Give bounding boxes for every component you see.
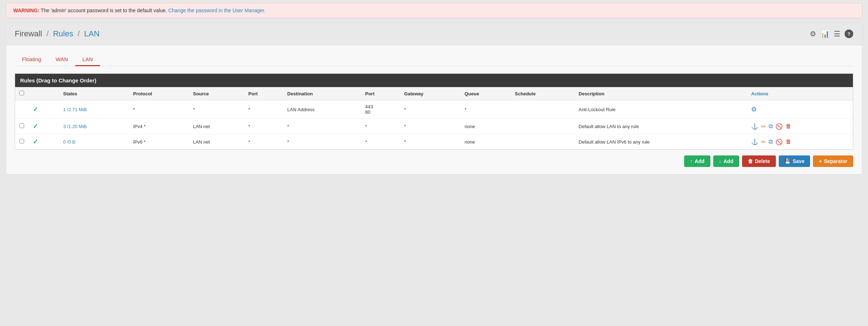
list-icon[interactable]: ☰ <box>834 30 840 38</box>
pencil-icon[interactable]: ✏ <box>761 123 766 130</box>
schedule-cell <box>511 100 574 119</box>
table-row: ✓ 0 /0 B IPv6 * LAN net * * * * none Def… <box>15 134 853 150</box>
col-queue: Queue <box>460 87 511 100</box>
states-link[interactable]: 1 /2.71 MiB <box>63 107 87 112</box>
row-checkbox[interactable] <box>19 139 24 144</box>
check-icon: ✓ <box>33 106 38 113</box>
col-actions: Actions <box>747 87 853 100</box>
actions-cell: ⚓ ✏ ⧉ 🚫 🗑 <box>747 119 853 134</box>
separator-button[interactable]: + Separator <box>813 155 853 167</box>
check-icon: ✓ <box>33 123 38 130</box>
chart-icon[interactable]: 📊 <box>820 30 829 38</box>
tabs: Floating WAN LAN <box>15 53 853 66</box>
anchor-icon[interactable]: ⚓ <box>751 139 758 145</box>
rules-table: States Protocol Source Port Destination … <box>15 87 853 149</box>
actions-container: ⚓ ✏ ⧉ 🚫 🗑 <box>751 139 849 145</box>
add-down-label: Add <box>724 158 733 164</box>
queue-cell: none <box>460 119 511 134</box>
pencil-icon[interactable]: ✏ <box>761 139 766 145</box>
warning-link[interactable]: Change the password in the User Manager. <box>168 8 266 13</box>
settings-sliders-icon[interactable]: ⚙ <box>810 30 816 38</box>
states-cell: 0 /0 B <box>59 134 128 150</box>
col-source: Source <box>189 87 244 100</box>
select-all-checkbox[interactable] <box>19 91 24 95</box>
col-check <box>28 87 59 100</box>
src-port-cell: * <box>244 134 283 150</box>
gateway-cell: * <box>400 119 460 134</box>
checkbox-cell <box>15 134 28 150</box>
actions-container: ⚙ <box>751 105 849 113</box>
tab-lan[interactable]: LAN <box>75 53 100 66</box>
breadcrumb: Firewall / Rules / LAN <box>15 29 100 39</box>
breadcrumb-lan: LAN <box>84 29 100 38</box>
rules-table-container: Rules (Drag to Change Order) States Prot… <box>15 73 853 150</box>
trash-icon[interactable]: 🗑 <box>786 139 791 145</box>
separator-icon: + <box>819 158 822 164</box>
anchor-icon[interactable]: ⚓ <box>751 123 758 130</box>
port-cell: 44380 <box>361 100 400 119</box>
breadcrumb-sep2: / <box>78 29 80 38</box>
destination-cell: * <box>283 134 361 150</box>
page-header: Firewall / Rules / LAN ⚙ 📊 ☰ ? <box>6 23 862 45</box>
protocol-cell: IPv4 * <box>129 119 189 134</box>
warning-label: WARNING: <box>13 8 39 13</box>
description-cell: Anti-Lockout Rule <box>574 100 747 119</box>
main-container: Firewall / Rules / LAN ⚙ 📊 ☰ ? Floating … <box>6 22 862 175</box>
ban-icon[interactable]: 🚫 <box>776 123 783 130</box>
row-checkbox[interactable] <box>19 123 24 128</box>
check-cell: ✓ <box>28 134 59 150</box>
breadcrumb-sep1: / <box>46 29 49 38</box>
bottom-buttons: ↑ Add ↓ Add 🗑 Delete 💾 Save + Separator <box>15 155 853 167</box>
source-cell: LAN net <box>189 134 244 150</box>
col-destination: Destination <box>283 87 361 100</box>
col-port: Port <box>361 87 400 100</box>
protocol-cell: * <box>129 100 189 119</box>
tab-wan[interactable]: WAN <box>48 53 75 66</box>
src-port-cell: * <box>244 100 283 119</box>
table-row: ✓ 1 /2.71 MiB * * * LAN Address 44380 * … <box>15 100 853 119</box>
source-cell: LAN net <box>189 119 244 134</box>
actions-container: ⚓ ✏ ⧉ 🚫 🗑 <box>751 123 849 130</box>
check-cell: ✓ <box>28 100 59 119</box>
port-cell: * <box>361 119 400 134</box>
copy-icon[interactable]: ⧉ <box>769 139 773 145</box>
save-button[interactable]: 💾 Save <box>779 155 810 167</box>
check-cell: ✓ <box>28 119 59 134</box>
destination-cell: * <box>283 119 361 134</box>
gear-icon[interactable]: ⚙ <box>751 105 757 113</box>
trash-icon[interactable]: 🗑 <box>786 123 791 130</box>
queue-cell: none <box>460 134 511 150</box>
col-protocol: Protocol <box>129 87 189 100</box>
help-icon[interactable]: ? <box>845 30 853 38</box>
schedule-cell <box>511 119 574 134</box>
states-link[interactable]: 3 /1.20 MiB <box>63 124 87 129</box>
add-up-button[interactable]: ↑ Add <box>684 155 710 167</box>
checkbox-cell <box>15 119 28 134</box>
port-cell: * <box>361 134 400 150</box>
queue-cell: * <box>460 100 511 119</box>
source-cell: * <box>189 100 244 119</box>
gateway-cell: * <box>400 134 460 150</box>
col-src-port: Port <box>244 87 283 100</box>
tab-floating[interactable]: Floating <box>15 53 48 66</box>
header-icons: ⚙ 📊 ☰ ? <box>810 30 853 38</box>
copy-icon[interactable]: ⧉ <box>769 123 773 130</box>
states-link[interactable]: 0 /0 B <box>63 139 75 145</box>
gateway-cell: * <box>400 100 460 119</box>
breadcrumb-rules[interactable]: Rules <box>53 29 73 38</box>
add-down-button[interactable]: ↓ Add <box>713 155 739 167</box>
actions-cell: ⚙ <box>747 100 853 119</box>
checkbox-cell <box>15 100 28 119</box>
warning-banner: WARNING: The 'admin' account password is… <box>6 3 862 18</box>
col-schedule: Schedule <box>511 87 574 100</box>
protocol-cell: IPv6 * <box>129 134 189 150</box>
delete-label: Delete <box>755 158 770 164</box>
delete-button[interactable]: 🗑 Delete <box>742 155 776 167</box>
delete-icon: 🗑 <box>748 158 753 164</box>
description-cell: Default allow LAN IPv6 to any rule <box>574 134 747 150</box>
description-cell: Default allow LAN to any rule <box>574 119 747 134</box>
ban-icon[interactable]: 🚫 <box>776 139 783 145</box>
content-area: Floating WAN LAN Rules (Drag to Change O… <box>6 45 862 174</box>
destination-cell: LAN Address <box>283 100 361 119</box>
col-checkbox <box>15 87 28 100</box>
